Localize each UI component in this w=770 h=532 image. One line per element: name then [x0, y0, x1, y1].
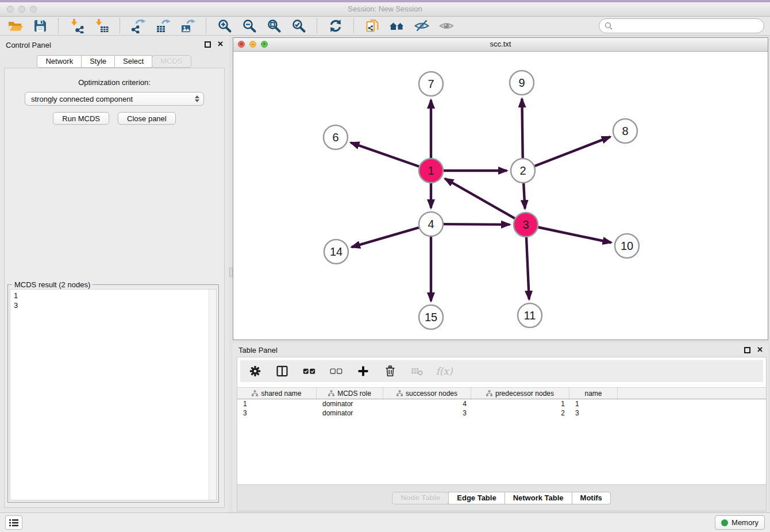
column-header-filler — [618, 388, 766, 399]
edge-1-6[interactable] — [351, 142, 419, 167]
run-mcds-button[interactable]: Run MCDS — [53, 112, 109, 125]
node-3[interactable]: 3 — [514, 213, 538, 237]
split-columns-icon[interactable] — [275, 364, 290, 379]
tab-network-table[interactable]: Network Table — [505, 492, 572, 504]
mcds-tab-content: Optimization criterion: strongly connect… — [4, 68, 225, 508]
svg-text:4: 4 — [428, 218, 434, 230]
zoom-in-icon[interactable] — [215, 17, 234, 34]
node-9[interactable]: 9 — [510, 71, 534, 95]
close-window-button[interactable] — [7, 6, 14, 13]
float-table-panel-icon[interactable] — [744, 347, 750, 353]
table-row[interactable]: 3dominator323 — [237, 408, 766, 418]
table-toolbar: f(x) — [240, 360, 763, 382]
node-11[interactable]: 11 — [518, 303, 542, 327]
zoom-out-icon[interactable] — [240, 17, 259, 34]
edge-2-8[interactable] — [535, 137, 610, 166]
edge-4-3[interactable] — [444, 224, 510, 225]
refresh-icon[interactable] — [326, 17, 345, 34]
close-network-button[interactable]: ✕ — [238, 41, 245, 48]
save-session-icon[interactable] — [30, 17, 50, 34]
edge-3-10[interactable] — [538, 228, 611, 243]
node-table-view: f(x) shared nameMCDS rolesuccessor nodes… — [237, 357, 767, 511]
deselect-all-icon[interactable] — [329, 364, 344, 379]
control-panel-tabs: NetworkStyleSelectMCDS — [0, 55, 229, 68]
control-panel-title: Control Panel — [6, 41, 51, 49]
column-header-shared-name[interactable]: shared name — [237, 388, 317, 399]
result-scrollbar[interactable] — [209, 290, 216, 500]
close-panel-button[interactable]: Close panel — [118, 112, 176, 125]
import-network-icon[interactable] — [67, 17, 87, 34]
tab-node-table[interactable]: Node Table — [392, 492, 449, 504]
trash-icon[interactable] — [383, 364, 398, 379]
hide-selected-icon[interactable] — [412, 17, 432, 34]
close-table-panel-icon[interactable]: ✕ — [757, 346, 763, 353]
table-row[interactable]: 1dominator411 — [237, 399, 766, 408]
mcds-result-box[interactable]: 13 — [10, 289, 217, 500]
zoom-window-button[interactable] — [30, 6, 37, 13]
control-panel-header: Control Panel ✕ — [0, 36, 229, 55]
float-panel-icon[interactable] — [205, 41, 211, 48]
criterion-dropdown[interactable]: strongly connected component — [25, 92, 204, 106]
first-neighbors-icon[interactable] — [387, 17, 407, 34]
minimize-network-button[interactable]: − — [249, 41, 256, 48]
cell-predecessor-nodes: 2 — [471, 409, 569, 417]
column-header-successor-nodes[interactable]: successor nodes — [383, 388, 471, 399]
node-10[interactable]: 10 — [615, 234, 639, 258]
edge-2-3[interactable] — [523, 183, 525, 209]
zoom-fit-icon[interactable] — [264, 17, 284, 34]
zoom-selected-icon[interactable] — [289, 17, 309, 34]
tab-network[interactable]: Network — [37, 55, 82, 68]
node-2[interactable]: 2 — [511, 159, 535, 183]
tab-style[interactable]: Style — [81, 55, 115, 68]
table-panel-header: Table Panel ✕ — [233, 343, 768, 357]
svg-text:1: 1 — [428, 164, 434, 177]
open-file-icon[interactable] — [6, 17, 25, 34]
memory-button[interactable]: Memory — [715, 515, 765, 530]
column-label: successor nodes — [406, 390, 457, 398]
node-6[interactable]: 6 — [324, 125, 348, 149]
result-line: 3 — [14, 300, 205, 310]
tab-select[interactable]: Select — [114, 55, 152, 68]
import-table-icon[interactable] — [92, 17, 111, 34]
column-header-name[interactable]: name — [569, 388, 618, 399]
svg-text:7: 7 — [428, 78, 434, 90]
edge-3-11[interactable] — [526, 237, 529, 299]
gear-icon[interactable] — [248, 364, 263, 379]
add-icon[interactable] — [356, 364, 371, 379]
export-table-icon[interactable] — [153, 17, 173, 34]
task-history-button[interactable] — [5, 515, 22, 530]
svg-text:14: 14 — [330, 245, 342, 258]
tab-edge-table[interactable]: Edge Table — [448, 492, 505, 504]
cell-name: 3 — [569, 409, 618, 417]
export-image-icon[interactable] — [178, 17, 198, 34]
edge-2-9[interactable] — [522, 99, 522, 158]
node-15[interactable]: 15 — [419, 305, 443, 329]
network-graph: 7968124314101511 — [233, 51, 768, 340]
column-header-predecessor-nodes[interactable]: predecessor nodes — [471, 388, 569, 399]
cell-name: 1 — [569, 400, 618, 408]
network-canvas[interactable]: 7968124314101511 — [233, 51, 768, 340]
edge-3-1[interactable] — [445, 179, 515, 218]
search-input[interactable] — [616, 21, 759, 31]
show-all-icon[interactable] — [437, 17, 456, 34]
tab-mcds[interactable]: MCDS — [152, 55, 191, 68]
zoom-network-button[interactable]: + — [261, 41, 268, 48]
close-panel-icon[interactable]: ✕ — [217, 41, 224, 48]
node-8[interactable]: 8 — [613, 119, 637, 143]
node-7[interactable]: 7 — [419, 72, 443, 96]
mcds-result-text: 13 — [10, 290, 209, 500]
network-window-titlebar[interactable]: ✕ − + scc.txt — [233, 38, 768, 52]
minimize-window-button[interactable] — [18, 6, 25, 13]
main-toolbar — [0, 17, 770, 36]
node-1[interactable]: 1 — [419, 159, 443, 183]
select-all-icon[interactable] — [302, 364, 317, 379]
clone-network-icon[interactable] — [363, 17, 382, 34]
column-header-mcds-role[interactable]: MCDS role — [317, 388, 383, 399]
edge-4-14[interactable] — [352, 228, 419, 247]
node-14[interactable]: 14 — [324, 240, 348, 264]
cell-successor-nodes: 3 — [383, 409, 471, 417]
node-4[interactable]: 4 — [419, 212, 443, 236]
export-network-icon[interactable] — [129, 17, 148, 34]
tab-motifs[interactable]: Motifs — [572, 492, 611, 504]
search-box[interactable] — [599, 18, 764, 33]
